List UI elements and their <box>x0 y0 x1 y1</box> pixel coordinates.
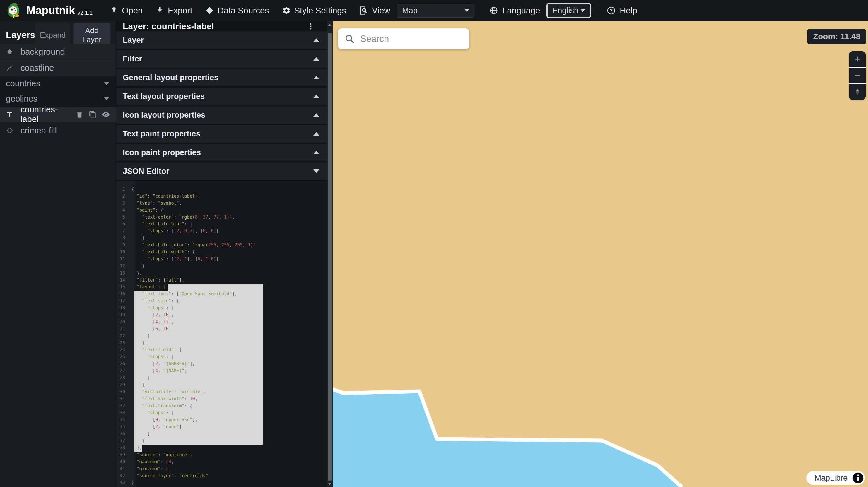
section-text-paint-properties[interactable]: Text paint properties <box>116 125 327 142</box>
code-line[interactable]: 30 "visibility": "visible", <box>116 389 327 396</box>
code-line[interactable]: 36 ] <box>116 430 327 437</box>
code-line[interactable]: 15 "layout": { <box>116 284 327 291</box>
layer-group-geolines[interactable]: geolines <box>0 91 116 106</box>
code-line[interactable]: 11 "stops": [[2, 1], [6, 1.6]] <box>116 256 327 263</box>
language-select[interactable]: English <box>547 3 591 19</box>
line-number: 23 <box>116 340 130 347</box>
zoom-out-button[interactable] <box>849 68 866 84</box>
code-line[interactable]: 27 [4, "{NAME}"] <box>116 367 327 375</box>
line-number: 14 <box>116 277 130 284</box>
code-line[interactable]: 31 "text-max-width": 10, <box>116 396 327 403</box>
app-title: Maputnik <box>26 4 75 17</box>
code-line[interactable]: 21 [6, 16] <box>116 326 327 333</box>
code-line[interactable]: 29 }, <box>116 382 327 389</box>
code-line[interactable]: 13 }, <box>116 270 327 277</box>
layer-row-background[interactable]: background <box>0 44 116 60</box>
view-select-value: Map <box>402 6 417 15</box>
menu-open[interactable]: Open <box>110 6 143 15</box>
menu-style-settings[interactable]: Style Settings <box>282 6 346 15</box>
code-line[interactable]: 38 }, <box>116 445 327 452</box>
line-number: 43 <box>116 479 130 486</box>
code-line[interactable]: 20 [4, 12], <box>116 319 327 326</box>
code-line[interactable]: 17 "text-size": { <box>116 298 327 305</box>
scroll-down-arrow-icon[interactable] <box>327 481 333 486</box>
section-layer[interactable]: Layer <box>116 31 327 49</box>
code-line[interactable]: 8 }, <box>116 235 327 242</box>
code-line[interactable]: 1{ <box>116 186 327 193</box>
code-line[interactable]: 9 "text-halo-color": "rgba(255, 255, 255… <box>116 242 327 249</box>
delete-layer-button[interactable] <box>75 110 84 119</box>
chevron-up-icon <box>313 57 319 61</box>
code-line[interactable]: 7 "stops": [[2, 0.2], [6, 0]] <box>116 228 327 235</box>
layer-row-crimea-fill[interactable]: crimea-fill <box>0 123 116 139</box>
code-line[interactable]: 34 [0, "uppercase"], <box>116 417 327 423</box>
line-number: 19 <box>116 312 130 319</box>
line-icon <box>6 64 13 72</box>
code-line[interactable]: 4 "paint": { <box>116 207 327 214</box>
code-line[interactable]: 19 [2, 10], <box>116 312 327 319</box>
code-line[interactable]: 2 "id": "countries-label", <box>116 193 327 200</box>
code-line[interactable]: 42 "source-layer": "centroids" <box>116 473 327 480</box>
scroll-up-arrow-icon[interactable] <box>327 22 333 28</box>
compass-icon <box>854 88 862 96</box>
menu-data-sources[interactable]: Data Sources <box>205 6 269 15</box>
code-line[interactable]: 5 "text-color": "rgba(8, 37, 77, 1)", <box>116 214 327 221</box>
info-icon[interactable] <box>852 472 864 484</box>
code-line[interactable]: 14 "filter": ["all"], <box>116 277 327 284</box>
code-line[interactable]: 37 } <box>116 437 327 445</box>
json-editor[interactable]: 1{2 "id": "countries-label",3 "type": "s… <box>116 181 327 487</box>
code-line[interactable]: 40 "maxzoom": 24, <box>116 459 327 466</box>
code-line[interactable]: 3 "type": "symbol", <box>116 200 327 207</box>
code-line[interactable]: 16 "text-font": ["Open Sans Semibold"], <box>116 291 327 298</box>
line-number: 32 <box>116 403 130 410</box>
layer-actions <box>75 110 110 119</box>
line-number: 1 <box>116 186 130 193</box>
section-icon-paint-properties[interactable]: Icon paint properties <box>116 144 327 161</box>
code-line[interactable]: 6 "text-halo-blur": { <box>116 221 327 228</box>
code-line[interactable]: 26 [2, "{ABBREV}"], <box>116 361 327 367</box>
code-line[interactable]: 10 "text-halo-width": { <box>116 249 327 256</box>
help-button[interactable]: ? Help <box>607 6 637 15</box>
search-input[interactable] <box>360 34 463 44</box>
code-line[interactable]: 28 ] <box>116 375 327 382</box>
section-filter[interactable]: Filter <box>116 50 327 68</box>
pitch-reset-button[interactable] <box>849 84 866 100</box>
kebab-menu-icon[interactable] <box>307 23 314 30</box>
attribution-label[interactable]: MapLibre <box>814 474 847 483</box>
section-icon-layout-properties[interactable]: Icon layout properties <box>116 106 327 124</box>
language-label: Language <box>502 6 540 15</box>
duplicate-layer-button[interactable] <box>89 110 97 119</box>
layer-row-coastline[interactable]: coastline <box>0 60 116 76</box>
map-canvas[interactable]: Zoom: 11.48 MapLibre <box>333 21 868 487</box>
code-line[interactable]: 35 [2, "none"] <box>116 423 327 430</box>
zoom-in-button[interactable] <box>849 51 866 67</box>
code-line[interactable]: 25 "stops": [ <box>116 354 327 361</box>
help-label: Help <box>620 6 637 15</box>
scrollbar-thumb[interactable] <box>328 33 332 481</box>
section-json-editor[interactable]: JSON Editor <box>116 162 327 180</box>
section-general-layout-properties[interactable]: General layout properties <box>116 69 327 86</box>
code-line[interactable]: 39 "source": "maplibre", <box>116 452 327 459</box>
language-select-value: English <box>552 6 578 15</box>
code-line[interactable]: 24 "text-field": { <box>116 347 327 354</box>
view-select[interactable]: Map <box>397 3 474 18</box>
chevron-up-icon <box>313 132 319 135</box>
toggle-visibility-button[interactable] <box>102 110 110 119</box>
add-layer-button[interactable]: Add Layer <box>73 24 111 47</box>
code-line[interactable]: 41 "minzoom": 2, <box>116 466 327 473</box>
code-line[interactable]: 33 "stops": [ <box>116 410 327 417</box>
layer-group-countries[interactable]: countries <box>0 76 116 91</box>
code-line[interactable]: 43} <box>116 479 327 486</box>
code-line[interactable]: 23 }, <box>116 340 327 347</box>
code-line[interactable]: 32 "text-transform": { <box>116 403 327 410</box>
line-number: 33 <box>116 410 130 417</box>
code-line[interactable]: 18 "stops": [ <box>116 305 327 312</box>
panel-scrollbar[interactable] <box>327 21 333 487</box>
code-line[interactable]: 12 } <box>116 263 327 270</box>
layer-row-countries-label[interactable]: countries-label <box>0 106 116 123</box>
expand-button[interactable]: Expand <box>35 24 70 47</box>
menu-export[interactable]: Export <box>155 6 192 15</box>
code-line[interactable]: 22 ] <box>116 333 327 340</box>
layer-editor-title: Layer: countries-label <box>123 21 214 31</box>
section-text-layout-properties[interactable]: Text layout properties <box>116 88 327 105</box>
